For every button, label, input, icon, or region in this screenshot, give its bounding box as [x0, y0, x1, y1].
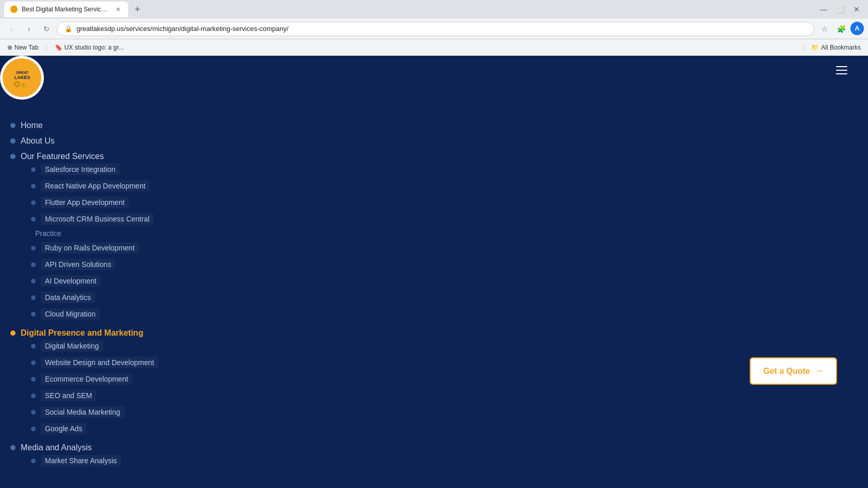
subnav-label-digital-marketing[interactable]: Digital Marketing: [41, 340, 103, 352]
subnav-item-seo-sem[interactable]: SEO and SEM: [31, 387, 264, 404]
close-button[interactable]: ✕: [849, 2, 864, 17]
subnav-bullet: [31, 279, 36, 284]
bookmarks-separator: |: [45, 44, 47, 51]
subnav-bullet: [31, 295, 36, 300]
nav-bullet-digital-presence: [10, 330, 16, 336]
subnav-label-website-design[interactable]: Website Design and Development: [41, 357, 158, 368]
subnav-bullet: [31, 393, 36, 398]
subnav-bullet: [31, 344, 36, 349]
subnav-bullet: [31, 459, 36, 463]
nav-bullet-featured: [10, 154, 16, 159]
window-controls: — ⬜ ✕: [816, 2, 864, 17]
logo-inner: GREAT LAKES: [3, 58, 41, 97]
tab-title: Best Digital Marketing Services...: [22, 6, 110, 13]
subnav-item-social-media[interactable]: Social Media Marketing: [31, 404, 264, 420]
subnav-bullet: [31, 410, 36, 415]
get-quote-button[interactable]: Get a Quote →: [750, 357, 837, 385]
subnav-item-data-analytics[interactable]: Data Analytics: [31, 289, 264, 306]
subnav-bullet: [31, 360, 36, 365]
subnav-label-seo-sem[interactable]: SEO and SEM: [41, 390, 96, 401]
quote-btn-label: Get a Quote: [763, 367, 810, 376]
logo-circle: GREAT LAKES: [0, 56, 44, 100]
svg-text:LAKES: LAKES: [14, 75, 30, 80]
subnav-label-cloud-migration[interactable]: Cloud Migration: [41, 308, 100, 320]
subnav-label-salesforce[interactable]: Salesforce Integration: [41, 164, 119, 175]
nav-label-media-analysis[interactable]: Media and Analysis: [21, 443, 92, 452]
logo-container: GREAT LAKES: [0, 56, 47, 102]
nav-bullet-home: [10, 123, 16, 128]
subnav-label-data-analytics[interactable]: Data Analytics: [41, 292, 95, 303]
nav-label-home[interactable]: Home: [21, 121, 43, 130]
subnav-item-market-share[interactable]: Market Share Analysis: [31, 452, 264, 469]
subnav-label-google-ads[interactable]: Google Ads: [41, 423, 86, 434]
nav-item-digital-presence[interactable]: Digital Presence and Marketing Digital M…: [10, 325, 264, 440]
forward-button[interactable]: ›: [22, 22, 36, 36]
subnav-item-digital-marketing[interactable]: Digital Marketing: [31, 338, 264, 354]
nav-item-about[interactable]: About Us: [10, 133, 264, 149]
subnav-bullet: [31, 184, 36, 188]
subnav-item-ai-dev[interactable]: AI Development: [31, 273, 264, 289]
subnav-label-ai-dev[interactable]: AI Development: [41, 275, 101, 287]
subnav-label-react-native[interactable]: React Native App Development: [41, 180, 150, 192]
nav-sidebar: Home About Us Our Featured Services: [0, 56, 264, 488]
nav-item-media-analysis[interactable]: Media and Analysis Market Share Analysis: [10, 440, 264, 472]
refresh-button[interactable]: ↻: [39, 22, 54, 36]
all-bookmarks[interactable]: 📁 All Bookmarks: [808, 43, 864, 52]
nav-item-home[interactable]: Home: [10, 118, 264, 133]
bookmark-new-tab-icon: ⊕: [7, 44, 12, 51]
svg-point-3: [14, 82, 20, 87]
profile-button[interactable]: A: [850, 22, 864, 35]
bookmarks-separator-2: |: [802, 44, 804, 51]
subnav-digital-presence: Digital Marketing Website Design and Dev…: [21, 338, 264, 437]
subnav-label-market-share[interactable]: Market Share Analysis: [41, 455, 121, 466]
svg-text:GREAT: GREAT: [16, 71, 29, 74]
subnav-bullet: [31, 167, 36, 172]
address-bar[interactable]: 🔒 greatlakesdp.us/services/michigan/digi…: [57, 22, 814, 36]
bookmark-ux-studio[interactable]: 🔖 UX studio logo: a gr...: [52, 43, 127, 52]
subnav-item-react-native[interactable]: React Native App Development: [31, 178, 264, 194]
subnav-label-flutter[interactable]: Flutter App Development: [41, 197, 129, 208]
bookmark-new-tab[interactable]: ⊕ GREAT New Tab: [4, 43, 41, 52]
bookmark-star-button[interactable]: ☆: [817, 22, 832, 36]
hamburger-line-3: [836, 73, 847, 74]
hamburger-line-2: [836, 70, 847, 71]
nav-bullet-media: [10, 445, 16, 450]
subnav-label-microsoft-crm[interactable]: Microsoft CRM Business Central: [41, 213, 153, 225]
subnav-label-api-driven[interactable]: API Driven Solutions: [41, 259, 115, 270]
nav-label-about[interactable]: About Us: [21, 136, 55, 146]
subnav-bullet: [31, 377, 36, 382]
subnav-featured: Salesforce Integration React Native App …: [21, 161, 264, 322]
minimize-button[interactable]: —: [816, 2, 831, 17]
subnav-bullet: [31, 262, 36, 267]
hamburger-line-1: [836, 66, 847, 67]
subnav-item-cloud-migration[interactable]: Cloud Migration: [31, 306, 264, 322]
subnav-item-ecommerce[interactable]: Ecommerce Development: [31, 371, 264, 387]
tab-close-button[interactable]: ✕: [114, 5, 122, 13]
nav-label-digital-presence[interactable]: Digital Presence and Marketing: [21, 328, 143, 337]
subnav-label-social-media[interactable]: Social Media Marketing: [41, 406, 125, 418]
main-nav-list: Home About Us Our Featured Services: [10, 118, 264, 472]
practice-section-label: Practice: [31, 227, 264, 240]
hamburger-menu-button[interactable]: [836, 66, 847, 74]
subnav-item-api-driven[interactable]: API Driven Solutions: [31, 256, 264, 273]
restore-button[interactable]: ⬜: [833, 2, 847, 17]
back-button[interactable]: ‹: [4, 22, 19, 36]
subnav-item-salesforce[interactable]: Salesforce Integration: [31, 161, 264, 178]
subnav-item-microsoft-crm[interactable]: Microsoft CRM Business Central: [31, 211, 264, 227]
new-tab-button[interactable]: +: [130, 2, 145, 17]
nav-label-featured-services[interactable]: Our Featured Services: [21, 152, 104, 161]
subnav-item-ruby-rails[interactable]: Ruby on Rails Development: [31, 240, 264, 256]
subnav-item-flutter[interactable]: Flutter App Development: [31, 194, 264, 211]
subnav-item-google-ads[interactable]: Google Ads: [31, 420, 264, 437]
subnav-label-ruby-rails[interactable]: Ruby on Rails Development: [41, 242, 139, 254]
extensions-button[interactable]: 🧩: [834, 22, 848, 36]
tab-favicon: [10, 6, 18, 13]
nav-item-featured-services[interactable]: Our Featured Services Salesforce Integra…: [10, 149, 264, 325]
svg-point-4: [21, 83, 25, 87]
subnav-item-website-design[interactable]: Website Design and Development: [31, 354, 264, 371]
subnav-label-ecommerce[interactable]: Ecommerce Development: [41, 373, 132, 385]
subnav-bullet: [31, 200, 36, 205]
active-tab[interactable]: Best Digital Marketing Services... ✕: [4, 2, 128, 17]
all-bookmarks-icon: 📁: [811, 44, 819, 51]
quote-btn-arrow: →: [814, 366, 824, 376]
